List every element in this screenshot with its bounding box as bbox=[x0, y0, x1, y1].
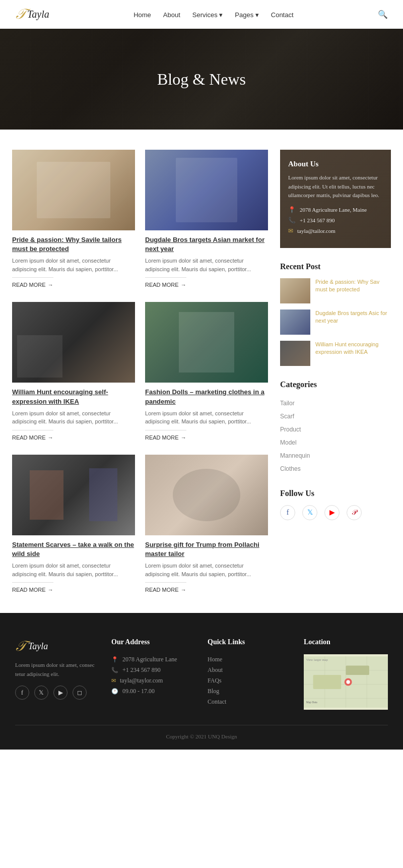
footer-logo-icon: 𝒯 bbox=[15, 638, 24, 655]
blog-card-2-read-more[interactable]: READ MORE bbox=[145, 277, 186, 288]
blog-card-5-title: Statement Scarves – take a walk on the w… bbox=[12, 540, 135, 559]
youtube-icon[interactable]: ▶ bbox=[324, 505, 340, 520]
footer-location-icon: 📍 bbox=[111, 656, 118, 663]
category-clothes[interactable]: Clothes bbox=[280, 465, 301, 472]
blog-card-4-image bbox=[145, 302, 268, 383]
blog-card-5-image bbox=[12, 455, 135, 535]
footer-address-hours: 🕐 09.00 - 17.00 bbox=[111, 686, 195, 697]
sidebar-about: About Us Lorem ipsum dolor sit amet, con… bbox=[280, 150, 391, 248]
blog-card-1-title: Pride & passion: Why Savile tailors must… bbox=[12, 235, 135, 254]
recent-post-1-text: Pride & passion: Why Sav must be protect… bbox=[315, 278, 391, 294]
recent-post-item-1: Pride & passion: Why Sav must be protect… bbox=[280, 278, 391, 303]
nav-home[interactable]: Home bbox=[133, 11, 151, 19]
svg-text:View larger map: View larger map bbox=[306, 658, 328, 661]
footer-instagram[interactable]: ◻ bbox=[73, 686, 87, 700]
blog-card-3-read-more[interactable]: READ MORE bbox=[12, 430, 53, 441]
sidebar-about-text: Lorem ipsum dolor sit amet, consectetur … bbox=[288, 173, 383, 200]
blog-card-4-read-more[interactable]: READ MORE bbox=[145, 430, 186, 441]
footer-tagline: Lorem ipsum dolor sit amet, consec tetur… bbox=[15, 661, 99, 678]
sidebar: About Us Lorem ipsum dolor sit amet, con… bbox=[280, 150, 391, 593]
page-title: Blog & News bbox=[157, 70, 246, 89]
blog-card-4: Fashion Dolls – marketing clothes in a p… bbox=[145, 302, 268, 440]
footer-link-contact[interactable]: Contact bbox=[208, 698, 226, 706]
search-icon[interactable]: 🔍 bbox=[378, 10, 388, 19]
blog-card-1-excerpt: Lorem ipsum dolor sit amet, consectetur … bbox=[12, 257, 135, 273]
footer-link-about[interactable]: About bbox=[208, 666, 223, 674]
blog-card-5-read-more[interactable]: READ MORE bbox=[12, 582, 53, 593]
navigation: 𝒯 Tayla Home About Services ▾ Pages ▾ Co… bbox=[0, 0, 403, 29]
recent-post-3-text: William Hunt encouraging expression with… bbox=[315, 341, 391, 356]
twitter-icon[interactable]: 𝕏 bbox=[302, 505, 317, 520]
footer-col-address: Our Address 📍 2078 Agriculture Lane 📞 +1… bbox=[111, 638, 195, 710]
email-icon: ✉ bbox=[288, 227, 293, 235]
footer-phone-icon: 📞 bbox=[111, 667, 118, 673]
sidebar-email: ✉ tayla@tailor.com bbox=[288, 227, 383, 235]
footer-col-location: Location bbox=[304, 638, 388, 710]
blog-card-6-read-more[interactable]: READ MORE bbox=[145, 582, 186, 593]
footer-link-home[interactable]: Home bbox=[208, 656, 222, 663]
blog-card-5: Statement Scarves – take a walk on the w… bbox=[12, 455, 135, 593]
footer-logo-text: Tayla bbox=[28, 641, 48, 652]
footer-grid: 𝒯 Tayla Lorem ipsum dolor sit amet, cons… bbox=[15, 638, 388, 710]
blog-card-3-image bbox=[12, 302, 135, 383]
footer-location-title: Location bbox=[304, 638, 388, 646]
svg-rect-8 bbox=[346, 666, 369, 675]
nav-about[interactable]: About bbox=[163, 11, 180, 19]
svg-text:Map Data: Map Data bbox=[306, 701, 318, 704]
footer-address-title: Our Address bbox=[111, 638, 195, 646]
sidebar-about-title: About Us bbox=[288, 160, 383, 168]
footer-twitter[interactable]: 𝕏 bbox=[34, 686, 48, 700]
footer-facebook[interactable]: f bbox=[15, 686, 29, 700]
footer-map: View larger map Map Data bbox=[304, 654, 388, 710]
footer-links-title: Quick Links bbox=[208, 638, 292, 646]
blog-card-1-read-more[interactable]: READ MORE bbox=[12, 277, 53, 288]
footer-copyright: Copyright © 2021 UNQ Design bbox=[15, 725, 388, 739]
category-tailor[interactable]: Tailor bbox=[280, 400, 295, 407]
nav-services[interactable]: Services ▾ bbox=[192, 11, 223, 19]
categories-section: Categories Tailor Scarf Product Model Ma… bbox=[280, 380, 391, 475]
blog-card-6: Surprise gift for Trump from Pollachi ma… bbox=[145, 455, 268, 593]
svg-point-10 bbox=[346, 680, 350, 684]
logo-text: Tayla bbox=[27, 9, 49, 20]
blog-card-2-title: Dugdale Bros targets Asian market for ne… bbox=[145, 235, 268, 254]
category-product[interactable]: Product bbox=[280, 426, 301, 433]
blog-card-6-title: Surprise gift for Trump from Pollachi ma… bbox=[145, 540, 268, 559]
nav-pages[interactable]: Pages ▾ bbox=[235, 11, 258, 19]
footer-link-blog[interactable]: Blog bbox=[208, 688, 219, 695]
follow-us-section: Follow Us f 𝕏 ▶ 𝒫 bbox=[280, 489, 391, 520]
sidebar-address: 📍 2078 Agriculture Lane, Maine bbox=[288, 206, 383, 214]
footer-address-list: 📍 2078 Agriculture Lane 📞 +1 234 567 890… bbox=[111, 654, 195, 697]
blog-card-4-title: Fashion Dolls – marketing clothes in a p… bbox=[145, 388, 268, 406]
categories-list: Tailor Scarf Product Model Mannequin Clo… bbox=[280, 396, 391, 475]
category-model[interactable]: Model bbox=[280, 439, 297, 446]
logo-icon: 𝒯 bbox=[15, 6, 24, 23]
footer-youtube[interactable]: ▶ bbox=[53, 686, 68, 700]
follow-us-title: Follow Us bbox=[280, 489, 391, 498]
pinterest-icon[interactable]: 𝒫 bbox=[347, 505, 362, 520]
footer-address-phone: 📞 +1 234 567 890 bbox=[111, 665, 195, 675]
footer-clock-icon: 🕐 bbox=[111, 688, 118, 695]
footer-address-street: 📍 2078 Agriculture Lane bbox=[111, 654, 195, 665]
blog-card-6-image bbox=[145, 455, 268, 535]
facebook-icon[interactable]: f bbox=[280, 505, 295, 520]
recent-post-item-3: William Hunt encouraging expression with… bbox=[280, 341, 391, 366]
footer-email-icon: ✉ bbox=[111, 677, 116, 684]
category-scarf[interactable]: Scarf bbox=[280, 413, 294, 420]
blog-card-1: Pride & passion: Why Savile tailors must… bbox=[12, 150, 135, 288]
nav-contact[interactable]: Contact bbox=[271, 11, 294, 19]
footer-logo: 𝒯 Tayla bbox=[15, 638, 99, 655]
recent-posts-title: Recent Post bbox=[280, 262, 391, 271]
sidebar-phone: 📞 +1 234 567 890 bbox=[288, 217, 383, 224]
category-mannequin[interactable]: Mannequin bbox=[280, 452, 310, 459]
blog-card-3-excerpt: Lorem ipsum dolor sit amet, consectetur … bbox=[12, 409, 135, 426]
footer: 𝒯 Tayla Lorem ipsum dolor sit amet, cons… bbox=[0, 613, 403, 750]
footer-address-email: ✉ tayla@taylor.com bbox=[111, 675, 195, 686]
logo[interactable]: 𝒯 Tayla bbox=[15, 6, 49, 23]
categories-title: Categories bbox=[280, 380, 391, 389]
blog-grid: Pride & passion: Why Savile tailors must… bbox=[12, 150, 268, 593]
blog-card-2-image bbox=[145, 150, 268, 230]
recent-post-3-thumb bbox=[280, 341, 310, 366]
footer-link-faqs[interactable]: FAQs bbox=[208, 677, 222, 685]
blog-card-6-excerpt: Lorem ipsum dolor sit amet, consectetur … bbox=[145, 562, 268, 578]
nav-links: Home About Services ▾ Pages ▾ Contact bbox=[133, 10, 293, 19]
